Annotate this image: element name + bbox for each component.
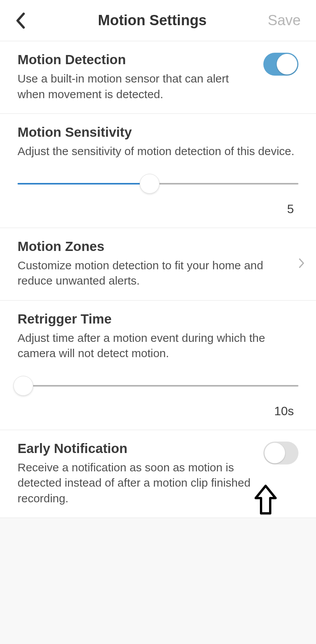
motion-zones-row[interactable]: Motion Zones Customize motion detection … (0, 228, 316, 301)
retrigger-time-title: Retrigger Time (18, 311, 298, 327)
settings-list: Motion Detection Use a built-in motion s… (0, 41, 316, 518)
early-notification-toggle[interactable] (263, 442, 298, 464)
motion-zones-title: Motion Zones (18, 239, 282, 254)
page-title: Motion Settings (98, 12, 207, 29)
motion-sensitivity-section: Motion Sensitivity Adjust the sensitivit… (0, 114, 316, 228)
retrigger-time-desc: Adjust time after a motion event during … (18, 330, 298, 361)
retrigger-time-section: Retrigger Time Adjust time after a motio… (0, 301, 316, 430)
retrigger-time-value: 10s (18, 404, 298, 418)
motion-sensitivity-desc: Adjust the sensitivity of motion detecti… (18, 144, 298, 159)
motion-sensitivity-slider[interactable] (18, 173, 298, 194)
save-button[interactable]: Save (266, 12, 301, 29)
chevron-right-icon (298, 258, 305, 270)
slider-thumb[interactable] (140, 174, 160, 194)
early-notification-section: Early Notification Receive a notificatio… (0, 430, 316, 518)
retrigger-time-slider[interactable] (18, 375, 298, 396)
motion-detection-section: Motion Detection Use a built-in motion s… (0, 41, 316, 114)
toggle-knob (277, 54, 297, 74)
motion-detection-desc: Use a built-in motion sensor that can al… (18, 71, 254, 102)
slider-track (18, 385, 298, 387)
motion-sensitivity-title: Motion Sensitivity (18, 125, 298, 140)
back-button[interactable] (15, 12, 38, 29)
motion-sensitivity-value: 5 (18, 202, 298, 216)
motion-detection-toggle[interactable] (263, 53, 298, 76)
early-notification-title: Early Notification (18, 441, 254, 456)
toggle-knob (264, 443, 285, 463)
early-notification-desc: Receive a notification as soon as motion… (18, 460, 254, 506)
bottom-spacer (0, 518, 316, 632)
header: Motion Settings Save (0, 0, 316, 41)
slider-thumb[interactable] (13, 376, 33, 396)
slider-fill (18, 183, 150, 184)
motion-detection-title: Motion Detection (18, 52, 254, 67)
motion-zones-desc: Customize motion detection to fit your h… (18, 258, 282, 289)
chevron-left-icon (15, 12, 25, 29)
